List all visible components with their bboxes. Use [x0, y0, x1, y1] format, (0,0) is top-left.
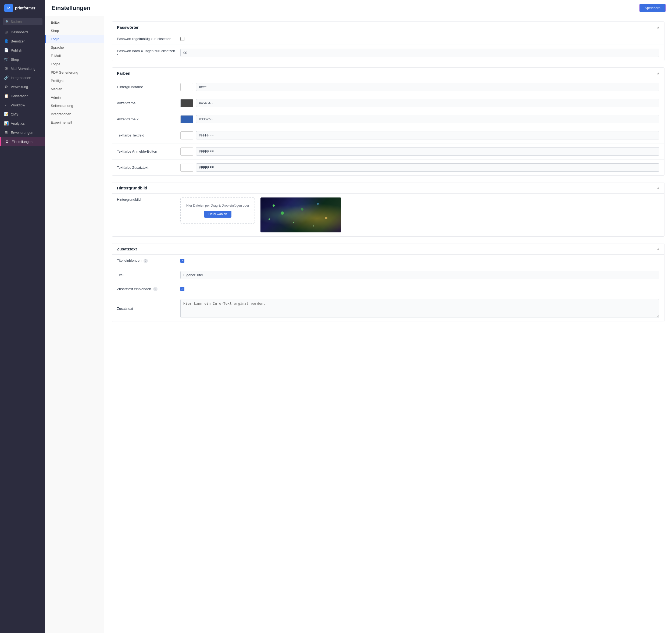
sidebar-item-einstellungen[interactable]: ⚙ Einstellungen: [0, 137, 45, 146]
sub-nav-email[interactable]: E-Mail: [45, 52, 104, 60]
integrationen-icon: 🔗: [4, 75, 8, 80]
textfarbe-zusatz-row: Textfarbe Zusatztext #FFFFFF: [112, 160, 664, 175]
chevron-right-icon: ›: [41, 86, 41, 89]
sub-nav-medien[interactable]: Medien: [45, 85, 104, 93]
sidebar-item-dashboard[interactable]: ⊞ Dashboard: [0, 27, 45, 36]
sub-nav-experimentell[interactable]: Experimentell: [45, 118, 104, 126]
textfarbe-anmelde-value[interactable]: #FFFFFF: [196, 147, 659, 155]
days-reset-label: Passwort nach X Tagen zurücksetzen *: [117, 49, 176, 57]
zusatztext-header[interactable]: Zusatztext ∧: [112, 243, 664, 255]
akzentfarbe2-value[interactable]: #3362b3: [196, 115, 659, 123]
sidebar-item-label: Shop: [11, 57, 19, 62]
regular-reset-label: Passwort regelmäßig zurücksetzen: [117, 37, 176, 41]
zusatztext-einblenden-help-icon[interactable]: ?: [153, 287, 158, 291]
akzentfarbe-row: Akzentfarbe #454545: [112, 95, 664, 111]
search-box[interactable]: 🔍: [3, 18, 43, 25]
page-title: Einstellungen: [52, 5, 90, 11]
sub-nav: Editor Shop Login Sprache E-Mail Logos P…: [45, 16, 104, 633]
titel-input[interactable]: [181, 271, 659, 279]
passwoerter-section: Passwörter ∧ Passwort regelmäßig zurücks…: [112, 22, 665, 61]
sub-nav-editor[interactable]: Editor: [45, 18, 104, 27]
sidebar-item-mail-verwaltung[interactable]: ✉ Mail Verwaltung ›: [0, 64, 45, 73]
einstellungen-icon: ⚙: [5, 140, 9, 144]
dashboard-icon: ⊞: [4, 30, 8, 34]
zusatztext-section: Zusatztext ∧ Titel einblenden ?: [112, 243, 665, 322]
sub-nav-sprache[interactable]: Sprache: [45, 43, 104, 52]
titel-einblenden-control: [181, 259, 659, 263]
sidebar-item-analytics[interactable]: 📊 Analytics ›: [0, 119, 45, 128]
zusatztext-row: Zusatztext: [112, 295, 664, 322]
sidebar-item-erweiterungen[interactable]: ⊞ Erweiterungen: [0, 128, 45, 137]
passwoerter-header[interactable]: Passwörter ∧: [112, 22, 664, 33]
akzentfarbe-value[interactable]: #454545: [196, 99, 659, 107]
hintergrundbild-header[interactable]: Hintergrundbild ∧: [112, 182, 664, 194]
days-reset-row: Passwort nach X Tagen zurücksetzen *: [112, 45, 664, 61]
sidebar-item-label: Analytics: [11, 121, 25, 125]
save-button[interactable]: Speichern: [640, 4, 666, 12]
farben-header[interactable]: Farben ∧: [112, 68, 664, 79]
zusatztext-einblenden-row: Zusatztext einblenden ?: [112, 283, 664, 295]
sub-nav-login[interactable]: Login: [45, 35, 104, 43]
hintergrundfarbe-preview[interactable]: [181, 83, 193, 91]
sidebar-item-verwaltung[interactable]: ⚙ Verwaltung ›: [0, 82, 45, 91]
zusatztext-control: [181, 299, 659, 318]
sub-nav-seitenplanung[interactable]: Seitenplanung: [45, 102, 104, 110]
akzentfarbe-preview[interactable]: [181, 99, 193, 107]
sidebar-item-label: Publish: [11, 48, 22, 52]
sidebar-item-label: Mail Verwaltung: [11, 67, 35, 71]
sidebar-item-shop[interactable]: 🛒 Shop ›: [0, 55, 45, 64]
hintergrundbild-title: Hintergrundbild: [117, 186, 147, 190]
textfarbe-anmelde-preview[interactable]: [181, 147, 193, 155]
hintergrundfarbe-value[interactable]: #ffffff: [196, 83, 659, 91]
sidebar-item-integrationen[interactable]: 🔗 Integrationen ›: [0, 73, 45, 82]
regular-reset-control: [181, 37, 659, 41]
analytics-icon: 📊: [4, 121, 8, 125]
sidebar-item-publish[interactable]: 📄 Publish ›: [0, 46, 45, 55]
sub-nav-logos[interactable]: Logos: [45, 60, 104, 68]
file-choose-button[interactable]: Datei wählen: [204, 211, 231, 218]
sub-nav-admin[interactable]: Admin: [45, 93, 104, 102]
logo-icon: P: [4, 4, 13, 13]
farben-body: Hintergrundfarbe #ffffff Akzentfarbe #45…: [112, 79, 664, 175]
sidebar-item-cms[interactable]: 📝 CMS ›: [0, 109, 45, 119]
sub-nav-shop[interactable]: Shop: [45, 27, 104, 35]
settings-content: Passwörter ∧ Passwort regelmäßig zurücks…: [104, 16, 672, 633]
upload-dropzone[interactable]: Hier Dateien per Drag & Drop einfügen od…: [181, 197, 255, 223]
zusatztext-einblenden-control: [181, 287, 659, 291]
textfarbe-textfeld-row: Textfarbe Textfeld #FFFFFF: [112, 127, 664, 144]
textfarbe-zusatz-value[interactable]: #FFFFFF: [196, 163, 659, 172]
sidebar-item-workflow[interactable]: ↔ Workflow ›: [0, 100, 45, 109]
zusatztext-body: Titel einblenden ? Titel: [112, 255, 664, 322]
zusatztext-textarea[interactable]: [181, 299, 659, 318]
passwoerter-body: Passwort regelmäßig zurücksetzen Passwor…: [112, 33, 664, 61]
sidebar-item-label: CMS: [11, 112, 19, 116]
titel-einblenden-checkbox[interactable]: [181, 259, 185, 263]
hintergrundbild-preview: [261, 197, 341, 233]
chevron-right-icon: ›: [41, 95, 41, 98]
sidebar-item-benutzer[interactable]: 👤 Benutzer ›: [0, 36, 45, 46]
search-icon: 🔍: [5, 20, 9, 24]
regular-reset-checkbox[interactable]: [181, 37, 185, 41]
akzentfarbe2-preview[interactable]: [181, 115, 193, 123]
chevron-up-icon: ∧: [657, 26, 659, 29]
sidebar-item-label: Workflow: [11, 103, 25, 107]
textfarbe-zusatz-label: Textfarbe Zusatztext: [117, 166, 176, 170]
titel-einblenden-help-icon[interactable]: ?: [144, 259, 148, 263]
sub-nav-pdf-generierung[interactable]: PDF Generierung: [45, 68, 104, 77]
textfarbe-textfeld-preview[interactable]: [181, 131, 193, 140]
passwoerter-title: Passwörter: [117, 25, 139, 29]
chevron-right-icon: ›: [41, 122, 41, 125]
shop-icon: 🛒: [4, 57, 8, 62]
sidebar-item-deklaration[interactable]: 📋 Deklaration ›: [0, 91, 45, 100]
hintergrundbild-control: Hier Dateien per Drag & Drop einfügen od…: [181, 197, 659, 233]
zusatztext-einblenden-checkbox[interactable]: [181, 287, 185, 291]
textfarbe-zusatz-preview[interactable]: [181, 164, 193, 172]
textfarbe-textfeld-value[interactable]: #FFFFFF: [196, 131, 659, 140]
sidebar-item-label: Einstellungen: [11, 140, 32, 144]
search-input[interactable]: [11, 20, 40, 24]
sidebar-item-label: Deklaration: [11, 94, 28, 98]
sub-nav-preflight[interactable]: Preflight: [45, 77, 104, 85]
sub-nav-integrationen[interactable]: Integrationen: [45, 110, 104, 118]
akzentfarbe2-row: Akzentfarbe 2 #3362b3: [112, 111, 664, 127]
days-reset-input[interactable]: [181, 49, 659, 57]
